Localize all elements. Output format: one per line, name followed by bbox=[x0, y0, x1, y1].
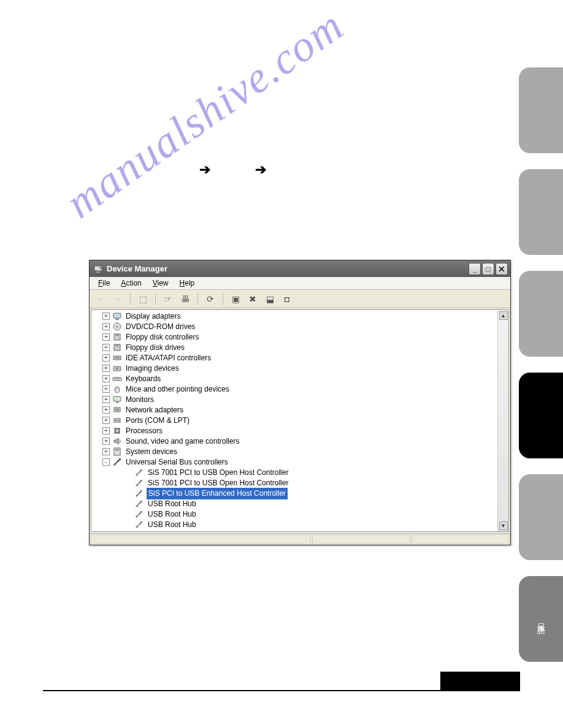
toolbar-separator bbox=[155, 293, 156, 305]
tree-indent bbox=[91, 395, 102, 405]
tree-node-label: USB Root Hub bbox=[147, 499, 197, 509]
menu-file[interactable]: File bbox=[93, 278, 115, 289]
tree-node[interactable]: +Ports (COM & LPT) bbox=[91, 415, 497, 426]
menu-help[interactable]: Help bbox=[175, 278, 200, 289]
tree-node[interactable]: SiS 7001 PCI to USB Open Host Controller bbox=[91, 468, 497, 478]
expand-icon[interactable]: + bbox=[102, 313, 110, 320]
svg-rect-45 bbox=[140, 501, 142, 502]
tree-node[interactable]: +Mice and other pointing devices bbox=[91, 384, 497, 395]
tree-node[interactable]: +Processors bbox=[91, 426, 497, 436]
expand-icon[interactable]: + bbox=[102, 344, 110, 351]
tree-node[interactable]: +System devices bbox=[91, 447, 497, 457]
forward-button[interactable]: → bbox=[110, 292, 125, 306]
maximize-button[interactable]: □ bbox=[482, 263, 494, 275]
svg-rect-1 bbox=[96, 271, 100, 273]
tree-indent bbox=[91, 520, 102, 530]
tree-indent bbox=[102, 520, 113, 530]
tree-node[interactable]: +Floppy disk drives bbox=[91, 343, 497, 353]
tree-indent bbox=[91, 457, 102, 468]
uninstall-button[interactable]: ✖ bbox=[245, 292, 260, 306]
update-button[interactable]: ⬓ bbox=[262, 292, 277, 306]
expand-icon[interactable]: + bbox=[102, 333, 110, 341]
arrow-icon: ➔ bbox=[255, 162, 266, 178]
expand-icon[interactable]: + bbox=[102, 354, 110, 362]
tree-node[interactable]: USB Root Hub bbox=[91, 509, 497, 520]
tree-node-label: Floppy disk controllers bbox=[124, 332, 200, 343]
tree-node[interactable]: +Sound, video and game controllers bbox=[91, 436, 497, 447]
expand-icon[interactable]: + bbox=[102, 406, 110, 414]
refresh-button[interactable]: ⟳ bbox=[203, 292, 218, 306]
svg-rect-12 bbox=[115, 357, 120, 358]
tree-node[interactable]: +Monitors bbox=[91, 395, 497, 405]
expand-icon[interactable]: + bbox=[102, 448, 110, 455]
tree-indent bbox=[91, 384, 102, 395]
menu-help-underline: H bbox=[180, 279, 185, 287]
tree-node[interactable]: SiS 7001 PCI to USB Open Host Controller bbox=[91, 478, 497, 488]
tree-node[interactable]: +Display adapters bbox=[91, 311, 497, 322]
svg-rect-48 bbox=[140, 511, 142, 513]
tree-indent bbox=[102, 509, 113, 520]
tree-node-label: Network adapters bbox=[124, 405, 185, 415]
expand-icon[interactable]: + bbox=[102, 417, 110, 424]
svg-point-47 bbox=[139, 513, 140, 514]
tree-indent bbox=[91, 426, 102, 436]
device-tree[interactable]: +Display adapters+DVD/CD-ROM drives+Flop… bbox=[91, 310, 497, 531]
tree-node-label: Ports (COM & LPT) bbox=[124, 415, 191, 426]
svg-rect-27 bbox=[116, 430, 118, 432]
tree-indent bbox=[91, 322, 102, 332]
tree-node[interactable]: +Keyboards bbox=[91, 374, 497, 384]
floppy-icon bbox=[112, 343, 122, 352]
tree-indent bbox=[91, 374, 102, 384]
close-button[interactable]: ✕ bbox=[496, 263, 508, 275]
usb-icon bbox=[112, 457, 122, 467]
tree-node[interactable]: -Universal Serial Bus controllers bbox=[91, 457, 497, 468]
svg-point-38 bbox=[139, 482, 140, 483]
scroll-down-button[interactable]: ▼ bbox=[499, 521, 508, 530]
expand-icon[interactable]: + bbox=[102, 438, 110, 445]
tree-indent bbox=[91, 488, 102, 499]
ide-icon bbox=[112, 353, 122, 363]
menu-file-rest: ile bbox=[102, 279, 110, 287]
vertical-scrollbar[interactable]: ▲ ▼ bbox=[497, 310, 508, 531]
tree-node[interactable]: USB Root Hub bbox=[91, 499, 497, 509]
scan-button[interactable]: ▣ bbox=[228, 292, 243, 306]
print-button[interactable]: 🖶 bbox=[178, 292, 193, 306]
tree-node[interactable]: +Network adapters bbox=[91, 405, 497, 415]
tree-indent bbox=[102, 468, 113, 478]
tree-node-label: Processors bbox=[124, 426, 164, 436]
expand-icon[interactable]: + bbox=[102, 323, 110, 330]
expand-icon[interactable]: + bbox=[102, 427, 110, 434]
tree-node[interactable]: SiS PCI to USB Enhanced Host Controller bbox=[91, 488, 497, 499]
tree-node[interactable]: USB Root Hub bbox=[91, 520, 497, 530]
tree-node[interactable]: +Imaging devices bbox=[91, 363, 497, 374]
tree-indent bbox=[113, 478, 124, 488]
tree-node[interactable]: +IDE ATA/ATAPI controllers bbox=[91, 353, 497, 363]
expand-icon[interactable]: + bbox=[102, 396, 110, 403]
minimize-button[interactable]: _ bbox=[469, 263, 481, 275]
tree-node[interactable]: +Floppy disk controllers bbox=[91, 332, 497, 343]
expand-icon[interactable]: + bbox=[102, 365, 110, 372]
menu-help-rest: elp bbox=[185, 279, 194, 287]
tree-node[interactable]: +DVD/CD-ROM drives bbox=[91, 322, 497, 332]
scroll-up-button[interactable]: ▲ bbox=[499, 311, 508, 320]
menu-view[interactable]: View bbox=[148, 278, 174, 289]
show-button[interactable]: ◘ bbox=[280, 292, 294, 306]
titlebar[interactable]: Device Manager _ □ ✕ bbox=[90, 260, 510, 277]
expand-icon[interactable]: + bbox=[102, 375, 110, 382]
menu-view-rest: iew bbox=[158, 279, 169, 287]
expand-icon[interactable]: + bbox=[102, 385, 110, 393]
tree-node-label: SiS 7001 PCI to USB Open Host Controller bbox=[147, 468, 289, 478]
tree-indent bbox=[91, 405, 102, 415]
tree-indent bbox=[91, 353, 102, 363]
svg-rect-20 bbox=[116, 402, 118, 403]
menu-action[interactable]: Action bbox=[116, 278, 146, 289]
usb-child-icon bbox=[134, 478, 144, 488]
floppy-icon bbox=[112, 332, 122, 342]
up-button[interactable]: ⬚ bbox=[136, 292, 150, 306]
collapse-icon[interactable]: - bbox=[102, 458, 110, 466]
back-button[interactable]: ← bbox=[93, 292, 108, 306]
tree-indent bbox=[102, 488, 113, 499]
properties-button[interactable]: ☞ bbox=[161, 292, 175, 306]
tree-indent bbox=[91, 509, 102, 520]
window-title: Device Manager bbox=[107, 264, 167, 273]
